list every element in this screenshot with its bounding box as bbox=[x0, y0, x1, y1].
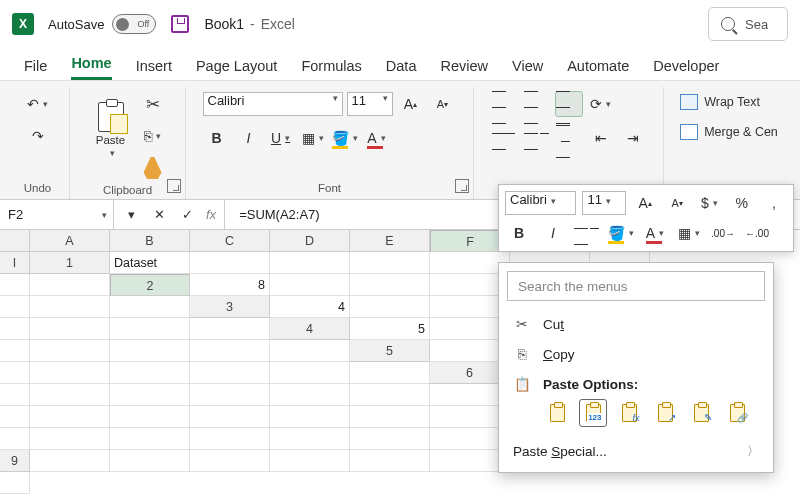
cell-A9[interactable] bbox=[30, 450, 110, 472]
enter-formula-button[interactable]: ✓ bbox=[178, 206, 196, 223]
mini-accounting-format[interactable]: $▾ bbox=[696, 190, 722, 216]
mini-decrease-decimal[interactable]: ←.00 bbox=[743, 220, 771, 246]
cell-D1[interactable] bbox=[350, 252, 430, 274]
paste-option-values[interactable]: 123 bbox=[579, 399, 607, 427]
font-color-button[interactable]: A▾ bbox=[363, 125, 391, 151]
cell-D9[interactable] bbox=[270, 450, 350, 472]
copy-button[interactable]: ⎘▾ bbox=[139, 123, 167, 149]
mini-percent-format[interactable]: % bbox=[729, 190, 755, 216]
cell-C1[interactable] bbox=[270, 252, 350, 274]
cell-I3[interactable] bbox=[190, 318, 270, 340]
cell-A4[interactable]: 5 bbox=[350, 318, 430, 340]
tab-review[interactable]: Review bbox=[440, 58, 488, 80]
cell-I5[interactable] bbox=[350, 362, 430, 384]
cell-F6[interactable] bbox=[190, 384, 270, 406]
cell-F8[interactable] bbox=[350, 428, 430, 450]
italic-button[interactable]: I bbox=[235, 125, 263, 151]
tab-formulas[interactable]: Formulas bbox=[301, 58, 361, 80]
cell-C9[interactable] bbox=[190, 450, 270, 472]
align-right-button[interactable] bbox=[555, 125, 583, 151]
cell-I2[interactable] bbox=[110, 296, 190, 318]
paste-option-paste[interactable] bbox=[543, 399, 571, 427]
cell-E6[interactable] bbox=[110, 384, 190, 406]
row-header-3[interactable]: 3 bbox=[190, 296, 270, 318]
cell-A3[interactable]: 4 bbox=[270, 296, 350, 318]
redo-button[interactable]: ↷ bbox=[24, 123, 52, 149]
mini-align-center[interactable] bbox=[573, 220, 601, 246]
cut-button[interactable]: ✂ bbox=[139, 91, 167, 117]
row-header-9[interactable]: 9 bbox=[0, 450, 30, 472]
cell-I1[interactable] bbox=[30, 274, 110, 296]
fx-icon[interactable]: fx bbox=[206, 207, 216, 222]
shrink-font-button[interactable]: A▾ bbox=[429, 91, 457, 117]
cell-H1[interactable] bbox=[0, 274, 30, 296]
formula-dropdown-button[interactable]: ▾ bbox=[122, 206, 140, 223]
row-header-5[interactable]: 5 bbox=[350, 340, 430, 362]
cell-B9[interactable] bbox=[110, 450, 190, 472]
col-header-C[interactable]: C bbox=[190, 230, 270, 252]
mini-comma-format[interactable]: , bbox=[761, 190, 787, 216]
font-size-select[interactable]: 11▾ bbox=[347, 92, 393, 116]
cell-G7[interactable] bbox=[350, 406, 430, 428]
cell-C7[interactable] bbox=[30, 406, 110, 428]
cell-E8[interactable] bbox=[270, 428, 350, 450]
search-box[interactable]: Sea bbox=[708, 7, 788, 41]
mini-grow-font[interactable]: A▴ bbox=[632, 190, 658, 216]
decrease-indent-button[interactable]: ⇤ bbox=[587, 125, 615, 151]
tab-page-layout[interactable]: Page Layout bbox=[196, 58, 277, 80]
font-name-select[interactable]: Calibri▾ bbox=[203, 92, 343, 116]
cell-F3[interactable] bbox=[0, 318, 30, 340]
cell-G5[interactable] bbox=[190, 362, 270, 384]
cell-G2[interactable] bbox=[0, 296, 30, 318]
col-header-A[interactable]: A bbox=[30, 230, 110, 252]
cell-A1[interactable]: Dataset bbox=[110, 252, 190, 274]
tab-automate[interactable]: Automate bbox=[567, 58, 629, 80]
mini-font-size[interactable]: 11▾ bbox=[582, 191, 626, 215]
cell-E7[interactable] bbox=[190, 406, 270, 428]
align-center-button[interactable] bbox=[523, 125, 551, 151]
paste-option-link[interactable]: 🔗 bbox=[723, 399, 751, 427]
toggle-track[interactable]: Off bbox=[112, 14, 156, 34]
col-header-I[interactable]: I bbox=[0, 252, 30, 274]
cell-C2[interactable] bbox=[350, 274, 430, 296]
ctx-cut[interactable]: ✂ Cut bbox=[499, 309, 773, 339]
cell-I9[interactable] bbox=[0, 472, 30, 494]
cell-E4[interactable] bbox=[0, 340, 30, 362]
row-header-4[interactable]: 4 bbox=[270, 318, 350, 340]
row-header-2[interactable]: 2 bbox=[110, 274, 190, 296]
cell-D5[interactable] bbox=[0, 362, 30, 384]
cell-A8[interactable] bbox=[0, 428, 30, 450]
mini-font-name[interactable]: Calibri▾ bbox=[505, 191, 576, 215]
autosave-toggle[interactable]: AutoSave Off bbox=[48, 14, 156, 34]
cell-A2[interactable]: 8 bbox=[190, 274, 270, 296]
cell-D6[interactable] bbox=[30, 384, 110, 406]
cell-F5[interactable] bbox=[110, 362, 190, 384]
col-header-B[interactable]: B bbox=[110, 230, 190, 252]
paste-option-formatting[interactable]: ✎ bbox=[687, 399, 715, 427]
align-middle-button[interactable] bbox=[523, 91, 551, 117]
cell-B1[interactable] bbox=[190, 252, 270, 274]
ctx-copy[interactable]: ⎘ Copy bbox=[499, 339, 773, 369]
font-launcher[interactable] bbox=[455, 179, 469, 193]
cell-G6[interactable] bbox=[270, 384, 350, 406]
cell-H5[interactable] bbox=[270, 362, 350, 384]
cell-C6[interactable] bbox=[0, 384, 30, 406]
mini-increase-decimal[interactable]: .00→ bbox=[709, 220, 737, 246]
cell-H6[interactable] bbox=[350, 384, 430, 406]
document-title[interactable]: Book1 - Excel bbox=[204, 16, 295, 32]
tab-home[interactable]: Home bbox=[71, 55, 111, 80]
clipboard-launcher[interactable] bbox=[167, 179, 181, 193]
merge-center-button[interactable]: Merge & Cen bbox=[675, 121, 783, 143]
cell-D7[interactable] bbox=[110, 406, 190, 428]
paste-option-formulas[interactable]: fx bbox=[615, 399, 643, 427]
mini-font-color[interactable]: A▾ bbox=[641, 220, 669, 246]
format-painter-button[interactable] bbox=[139, 155, 167, 181]
cell-E9[interactable] bbox=[350, 450, 430, 472]
mini-borders[interactable]: ▦▾ bbox=[675, 220, 703, 246]
tab-insert[interactable]: Insert bbox=[136, 58, 172, 80]
save-button[interactable] bbox=[170, 14, 190, 34]
tab-developer[interactable]: Developer bbox=[653, 58, 719, 80]
tab-file[interactable]: File bbox=[24, 58, 47, 80]
cell-E5[interactable] bbox=[30, 362, 110, 384]
cell-G3[interactable] bbox=[30, 318, 110, 340]
